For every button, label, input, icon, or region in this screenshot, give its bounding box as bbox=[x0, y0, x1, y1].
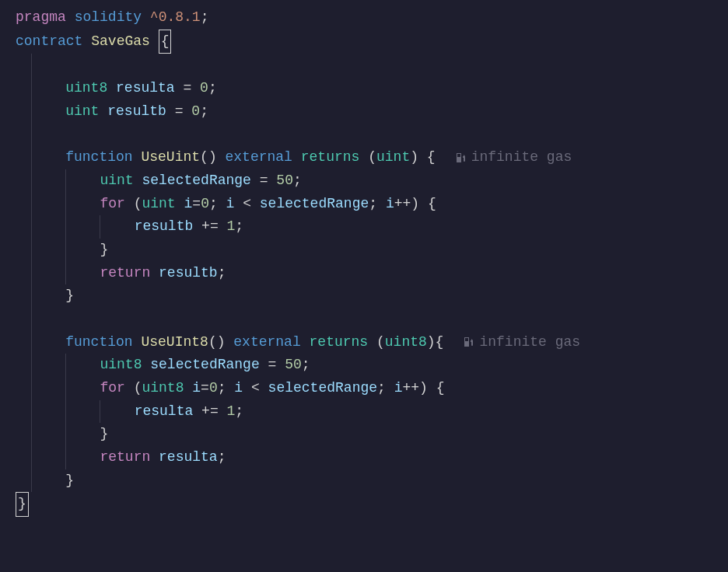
keyword-for: for bbox=[100, 193, 124, 216]
code-line: pragma solidity ^0.8.1; bbox=[0, 6, 728, 30]
gas-hint-text: infinite gas bbox=[471, 146, 572, 169]
number-literal: 50 bbox=[276, 169, 293, 193]
var-resulta: resulta bbox=[116, 77, 175, 100]
keyword-function: function bbox=[65, 331, 132, 354]
keyword-return: return bbox=[100, 262, 150, 285]
code-editor[interactable]: pragma solidity ^0.8.1; contract SaveGas… bbox=[0, 6, 728, 517]
type-uint8: uint8 bbox=[65, 77, 107, 100]
code-line: resulta += 1; bbox=[0, 400, 728, 424]
blank-line bbox=[0, 123, 728, 146]
code-line: uint8 resulta = 0; bbox=[0, 77, 728, 100]
code-line: for (uint i=0; i < selectedRange; i++) { bbox=[0, 193, 728, 216]
blank-line bbox=[0, 54, 728, 77]
gas-hint-text: infinite gas bbox=[479, 331, 580, 354]
code-line: function UseUint() external returns (uin… bbox=[0, 146, 728, 169]
var-resultb: resultb bbox=[107, 100, 166, 124]
type-uint: uint bbox=[376, 146, 410, 169]
keyword-pragma: pragma bbox=[16, 6, 66, 30]
code-line: } bbox=[0, 469, 728, 493]
code-line: contract SaveGas { bbox=[0, 30, 728, 54]
keyword-contract: contract bbox=[16, 30, 82, 54]
gas-hint[interactable]: infinite gas bbox=[462, 331, 580, 354]
contract-name: SaveGas bbox=[91, 30, 150, 54]
code-line: } bbox=[0, 239, 728, 262]
open-brace-cursor: { bbox=[159, 30, 172, 54]
code-line: return resulta; bbox=[0, 446, 728, 469]
keyword-solidity: solidity bbox=[75, 6, 142, 30]
gas-hint[interactable]: infinite gas bbox=[454, 146, 572, 169]
number-literal: 0 bbox=[200, 77, 208, 100]
close-brace: } bbox=[65, 284, 74, 308]
function-name: UseUInt8 bbox=[141, 331, 208, 354]
keyword-external: external bbox=[226, 146, 292, 169]
version-literal: ^0.8.1 bbox=[150, 6, 201, 30]
number-literal: 0 bbox=[191, 100, 200, 124]
close-brace-cursor: } bbox=[16, 492, 29, 517]
gas-pump-icon bbox=[462, 336, 474, 348]
blank-line bbox=[0, 308, 728, 331]
code-line: } bbox=[0, 423, 728, 446]
function-name: UseUint bbox=[141, 146, 200, 169]
code-line: resultb += 1; bbox=[0, 215, 728, 239]
code-line: uint resultb = 0; bbox=[0, 100, 728, 124]
var-selectedRange: selectedRange bbox=[142, 169, 250, 193]
code-line: function UseUInt8() external returns (ui… bbox=[0, 331, 728, 354]
keyword-returns: returns bbox=[301, 146, 360, 169]
code-line: } bbox=[0, 492, 728, 517]
gas-pump-icon bbox=[454, 152, 467, 164]
type-uint: uint bbox=[100, 169, 133, 193]
close-brace: } bbox=[100, 239, 108, 262]
var-resultb: resultb bbox=[135, 215, 194, 239]
code-line: uint8 selectedRange = 50; bbox=[0, 354, 728, 377]
semicolon: ; bbox=[201, 6, 209, 30]
keyword-function: function bbox=[65, 146, 132, 169]
code-line: uint selectedRange = 50; bbox=[0, 169, 728, 193]
code-line: return resultb; bbox=[0, 262, 728, 285]
type-uint: uint bbox=[65, 100, 99, 124]
code-line: } bbox=[0, 284, 728, 308]
code-line: for (uint8 i=0; i < selectedRange; i++) … bbox=[0, 377, 728, 400]
